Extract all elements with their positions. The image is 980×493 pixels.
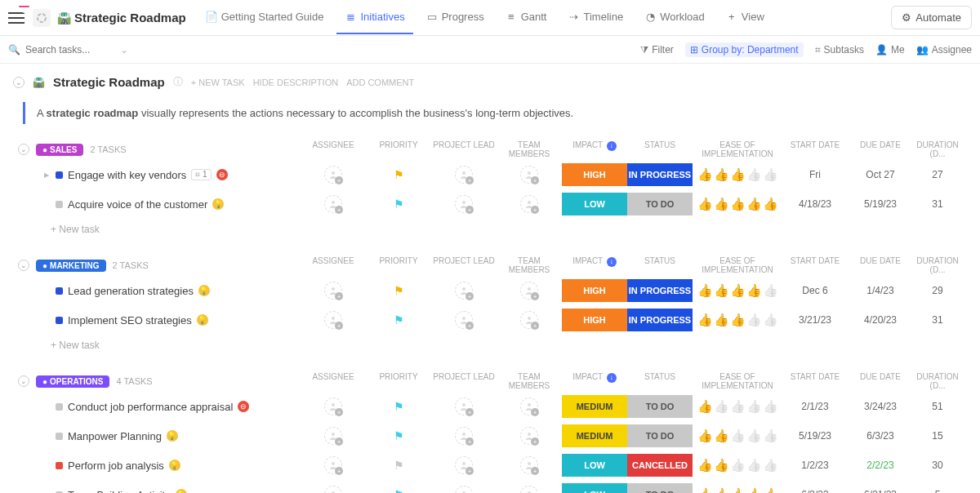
ease-rating[interactable]: 👍👍👍👍👍	[693, 487, 782, 493]
task-row[interactable]: Conduct job performance appraisal ⊖ ⚑ ME…	[5, 392, 975, 421]
duration[interactable]: 5	[913, 489, 962, 493]
duration[interactable]: 31	[913, 198, 962, 210]
assignee-placeholder[interactable]	[455, 456, 473, 474]
menu-button[interactable]: 6	[8, 12, 24, 24]
chevron-down-icon[interactable]: ⌄	[120, 44, 128, 56]
status-pill[interactable]: TO DO	[627, 483, 693, 493]
task-row[interactable]: ▶ Engage with key vendors ⌗ 1⊖ ⚑ HIGH IN…	[5, 160, 975, 189]
ease-rating[interactable]: 👍👍👍👍👍	[693, 458, 782, 473]
ease-rating[interactable]: 👍👍👍👍👍	[693, 429, 782, 443]
priority-flag[interactable]: ⚑	[394, 168, 404, 181]
start-date[interactable]: 5/19/23	[782, 430, 848, 442]
status-pill[interactable]: CANCELLED	[627, 454, 693, 477]
assignee-placeholder[interactable]	[455, 166, 473, 184]
group-badge[interactable]: ●SALES	[36, 144, 83, 156]
duration[interactable]: 51	[913, 401, 962, 412]
ease-rating[interactable]: 👍👍👍👍👍	[693, 313, 782, 327]
tab-initiatives[interactable]: ≣Initiatives	[336, 1, 412, 34]
new-task-button[interactable]: + New task	[5, 335, 975, 356]
start-date[interactable]: 2/1/23	[782, 401, 848, 412]
status-dot[interactable]	[56, 403, 63, 411]
tab-progress[interactable]: ▭Progress	[418, 1, 492, 34]
duration[interactable]: 30	[913, 460, 962, 471]
status-dot[interactable]	[56, 287, 63, 295]
collapse-group-icon[interactable]: ⌄	[18, 260, 29, 271]
task-name[interactable]: Team Building Activity	[68, 489, 171, 494]
search-box[interactable]: 🔍 ⌄	[8, 44, 147, 56]
due-date[interactable]: 2/2/23	[848, 460, 913, 471]
description-box[interactable]: A strategic roadmap visually represents …	[23, 102, 967, 124]
group-badge[interactable]: ●MARKETING	[36, 260, 106, 272]
assignee-placeholder[interactable]	[324, 427, 342, 445]
assignee-placeholder[interactable]	[324, 195, 342, 213]
assignee-placeholder[interactable]	[520, 398, 538, 415]
assignee-placeholder[interactable]	[455, 427, 473, 445]
search-input[interactable]	[25, 44, 115, 56]
due-date[interactable]: Oct 27	[848, 169, 913, 180]
add-comment-link[interactable]: ADD COMMENT	[346, 78, 414, 87]
new-task-link[interactable]: + NEW TASK	[191, 78, 245, 87]
impact-pill[interactable]: HIGH	[562, 309, 627, 331]
assignee-placeholder[interactable]	[455, 311, 473, 329]
due-date[interactable]: 6/3/23	[848, 430, 913, 442]
due-date[interactable]: 5/19/23	[848, 198, 913, 210]
priority-flag[interactable]: ⚑	[394, 429, 404, 442]
impact-pill[interactable]: HIGH	[562, 279, 627, 302]
duration[interactable]: 29	[913, 285, 962, 296]
collapse-group-icon[interactable]: ⌄	[18, 144, 29, 155]
status-pill[interactable]: IN PROGRESS	[627, 163, 693, 186]
assignee-placeholder[interactable]	[520, 486, 538, 493]
priority-flag[interactable]: ⚑	[394, 284, 404, 297]
new-task-button[interactable]: + New task	[5, 219, 975, 240]
duration[interactable]: 27	[913, 169, 962, 180]
status-dot[interactable]	[56, 462, 63, 469]
task-row[interactable]: Perform job analysis 💡 ⚑ LOW CANCELLED 👍…	[5, 451, 975, 480]
subtasks-button[interactable]: ⌗Subtasks	[815, 44, 864, 56]
status-pill[interactable]: IN PROGRESS	[627, 279, 693, 302]
tab-workload[interactable]: ◔Workload	[636, 1, 713, 34]
assignee-placeholder[interactable]	[455, 282, 473, 300]
status-dot[interactable]	[56, 201, 63, 208]
impact-pill[interactable]: LOW	[562, 483, 627, 493]
sort-icon[interactable]: ↓	[607, 257, 617, 267]
priority-flag[interactable]: ⚑	[394, 400, 404, 413]
status-pill[interactable]: TO DO	[627, 395, 693, 418]
filter-button[interactable]: ⧩Filter	[640, 44, 674, 56]
tab-add-view[interactable]: +View	[718, 1, 773, 34]
assignee-placeholder[interactable]	[455, 486, 473, 493]
task-name[interactable]: Implement SEO strategies	[68, 314, 192, 326]
impact-pill[interactable]: HIGH	[562, 163, 627, 186]
assignee-placeholder[interactable]	[520, 195, 538, 213]
tab-getting-started[interactable]: 📄Getting Started Guide	[198, 1, 332, 34]
tab-gantt[interactable]: ≡Gantt	[497, 1, 555, 34]
task-name[interactable]: Perform job analysis	[68, 460, 164, 472]
task-row[interactable]: Acquire voice of the customer 💡 ⚑ LOW TO…	[5, 189, 975, 219]
due-date[interactable]: 4/20/23	[848, 314, 913, 326]
status-pill[interactable]: IN PROGRESS	[627, 309, 693, 331]
assignee-placeholder[interactable]	[324, 311, 342, 329]
status-dot[interactable]	[56, 317, 63, 324]
priority-flag[interactable]: ⚑	[394, 459, 404, 472]
due-date[interactable]: 3/24/23	[848, 401, 913, 412]
assignee-placeholder[interactable]	[455, 398, 473, 415]
sort-icon[interactable]: ↓	[607, 373, 617, 383]
assignee-placeholder[interactable]	[520, 311, 538, 329]
tab-timeline[interactable]: ⇢Timeline	[559, 1, 631, 34]
duration[interactable]: 31	[913, 314, 962, 326]
assignee-placeholder[interactable]	[324, 282, 342, 300]
collapse-all-icon[interactable]: ⌄	[13, 77, 24, 88]
start-date[interactable]: Dec 6	[782, 285, 848, 296]
automate-button[interactable]: ⚙Automate	[891, 6, 972, 29]
assignee-placeholder[interactable]	[324, 456, 342, 474]
assignee-placeholder[interactable]	[324, 398, 342, 415]
due-date[interactable]: 6/21/23	[848, 489, 913, 493]
ease-rating[interactable]: 👍👍👍👍👍	[693, 399, 782, 414]
start-date[interactable]: 3/21/23	[782, 314, 848, 326]
group-badge[interactable]: ●OPERATIONS	[36, 375, 109, 388]
group-by-button[interactable]: ⊞Group by: Department	[685, 42, 804, 57]
assignee-placeholder[interactable]	[520, 456, 538, 474]
start-date[interactable]: 6/3/23	[782, 489, 848, 493]
status-pill[interactable]: TO DO	[627, 193, 693, 215]
due-date[interactable]: 1/4/23	[848, 285, 913, 296]
hide-description-link[interactable]: HIDE DESCRIPTION	[253, 78, 339, 87]
